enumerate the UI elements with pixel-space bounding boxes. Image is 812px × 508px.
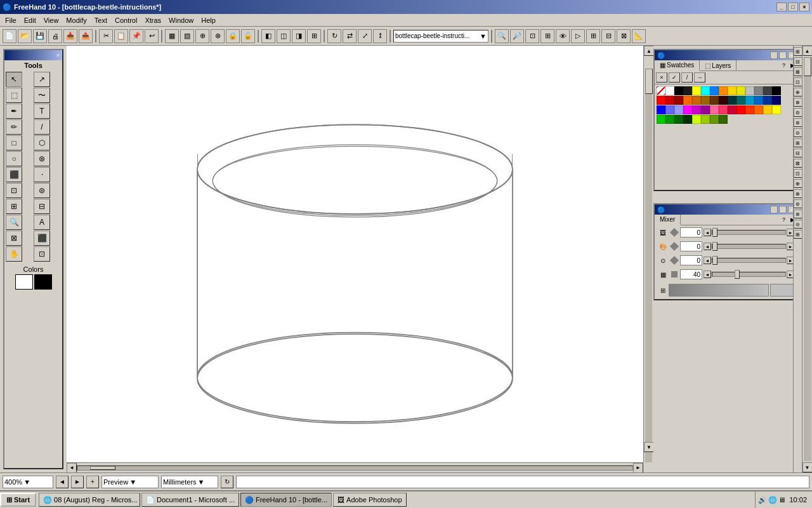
menu-view[interactable]: View xyxy=(40,15,63,25)
group-btn[interactable]: ▦ xyxy=(165,29,179,43)
swatch-r1-5[interactable] xyxy=(692,96,701,105)
preview-btn[interactable]: ▷ xyxy=(571,29,585,43)
tool-3d[interactable]: ⬛ xyxy=(6,167,22,182)
tool-pencil[interactable]: ✏ xyxy=(6,119,22,135)
page-prev-btn[interactable]: ◄ xyxy=(56,476,69,488)
swatch-r1-14[interactable] xyxy=(772,96,781,105)
rotate-btn[interactable]: ↻ xyxy=(327,29,341,43)
mixer-left-3[interactable]: ◄ xyxy=(704,257,711,264)
open-btn[interactable]: 📂 xyxy=(18,29,32,43)
tool-paint-bucket[interactable]: ⬛ xyxy=(34,231,50,246)
rt-btn-16[interactable]: ⊜ xyxy=(794,199,802,208)
mixer-input-4[interactable] xyxy=(680,269,702,279)
canvas-scrollbar-v[interactable]: ▲ ▼ xyxy=(643,46,653,462)
copy-btn[interactable]: 📋 xyxy=(114,29,128,43)
close-button[interactable]: × xyxy=(799,3,809,11)
actual-size-btn[interactable]: ⊞ xyxy=(540,29,554,43)
units-combo[interactable]: Millimeters ▼ xyxy=(161,476,218,488)
grid-btn[interactable]: ⊞ xyxy=(586,29,600,43)
rt-btn-15[interactable]: ⊗ xyxy=(794,189,802,198)
swatch-cyan[interactable] xyxy=(701,86,710,95)
rt-btn-11[interactable]: ⊟ xyxy=(794,149,802,157)
mixer-minimize[interactable]: _ xyxy=(770,206,778,213)
stroke-color-box[interactable] xyxy=(34,274,52,290)
mixer-color-preview[interactable] xyxy=(669,284,769,297)
mixer-restore[interactable]: □ xyxy=(779,206,787,213)
reflect-btn[interactable]: ⇄ xyxy=(343,29,357,43)
swatch-r1-13[interactable] xyxy=(763,96,772,105)
swatches-panel-btns[interactable]: _ □ × xyxy=(770,51,796,59)
swatch-edit[interactable]: ✓ xyxy=(669,72,680,83)
menu-file[interactable]: File xyxy=(1,15,20,25)
swatch-delete[interactable]: / xyxy=(681,72,693,83)
taskbar-item-1[interactable]: 📄 Document1 - Microsoft ... xyxy=(141,493,239,507)
mixer-thumb-4[interactable] xyxy=(735,270,740,279)
right-scroll-up[interactable]: ▲ xyxy=(802,46,813,56)
preview-arrow[interactable]: ▼ xyxy=(129,478,136,486)
mixer-thumb-1[interactable] xyxy=(712,228,717,237)
swatch-r3-1[interactable] xyxy=(657,115,665,124)
swatch-r1-1[interactable] xyxy=(657,96,665,105)
mixer-track-2[interactable] xyxy=(712,244,786,249)
tool-ellipse[interactable]: ○ xyxy=(6,151,22,166)
tool-text2[interactable]: A xyxy=(34,215,50,230)
rt-btn-4[interactable]: ⊡ xyxy=(794,77,802,86)
scroll-left-btn[interactable]: ◄ xyxy=(67,463,77,473)
mixer-blend-icon[interactable]: ⊞ xyxy=(657,284,669,296)
scroll-thumb-v[interactable] xyxy=(645,69,653,94)
tool-zoom[interactable]: 🔍 xyxy=(6,215,22,230)
swatches-help[interactable]: ? xyxy=(780,62,787,69)
rt-btn-6[interactable]: ⊗ xyxy=(794,98,802,107)
swatch-r1-10[interactable] xyxy=(737,96,745,105)
right-scroll-down[interactable]: ▼ xyxy=(802,462,813,472)
rt-btn-18[interactable]: ⊝ xyxy=(794,220,802,229)
unlock-btn[interactable]: 🔓 xyxy=(241,29,255,43)
rt-btn-19[interactable]: ⊞ xyxy=(794,230,802,239)
tool-trace[interactable]: ⬝ xyxy=(34,167,50,182)
swatch-r2-2[interactable] xyxy=(665,105,674,114)
units-arrow[interactable]: ▼ xyxy=(198,478,205,486)
swatch-r3-3[interactable] xyxy=(674,115,683,124)
right-panel-scrollbar[interactable]: ▲ ▼ xyxy=(802,46,812,472)
swatch-gray2[interactable] xyxy=(754,86,763,95)
align-center-btn[interactable]: ◫ xyxy=(277,29,291,43)
swatch-r2-8[interactable] xyxy=(719,105,728,114)
mixer-track-1[interactable] xyxy=(712,230,786,235)
scroll-thumb-h[interactable] xyxy=(90,466,115,470)
tool-line[interactable]: / xyxy=(34,119,50,135)
swatch-r3-8[interactable] xyxy=(719,115,728,124)
rt-btn-13[interactable]: ⊡ xyxy=(794,169,802,178)
swatch-gray3[interactable] xyxy=(763,86,772,95)
split-btn[interactable]: ⊗ xyxy=(211,29,225,43)
align-left-btn[interactable]: ◧ xyxy=(261,29,275,43)
rt-btn-8[interactable]: ⊛ xyxy=(794,118,802,127)
print-btn[interactable]: 🖨 xyxy=(48,29,62,43)
swatch-black-1[interactable] xyxy=(665,86,674,95)
title-bar-buttons[interactable]: _ □ × xyxy=(776,3,809,11)
swatch-yellow2[interactable] xyxy=(737,86,745,95)
swatch-r2-7[interactable] xyxy=(710,105,719,114)
swatch-r2-3[interactable] xyxy=(674,105,683,114)
mixer-input-1[interactable] xyxy=(680,227,702,237)
swatch-r1-8[interactable] xyxy=(719,96,728,105)
menu-text[interactable]: Text xyxy=(91,15,111,25)
swatches-minimize[interactable]: _ xyxy=(770,51,778,59)
swatches-restore[interactable]: □ xyxy=(779,51,787,59)
zoom-combo[interactable]: 400% ▼ xyxy=(3,476,53,488)
undo-btn[interactable]: ↩ xyxy=(145,29,159,43)
menu-help[interactable]: Help xyxy=(197,15,219,25)
zoom-arrow[interactable]: ▼ xyxy=(23,478,30,486)
swatch-r1-7[interactable] xyxy=(710,96,719,105)
fill-color-box[interactable] xyxy=(15,274,33,290)
tool-eraser[interactable]: ⊡ xyxy=(34,246,50,262)
tool-envelope[interactable]: ⊜ xyxy=(34,183,50,198)
file-combo[interactable]: bottlecap-beetle-instructi... ▼ xyxy=(393,30,488,43)
right-scroll-thumb[interactable] xyxy=(804,57,811,76)
ungroup-btn[interactable]: ▧ xyxy=(180,29,194,43)
skew-btn[interactable]: ⥉ xyxy=(373,29,387,43)
tool-polygon[interactable]: ⬡ xyxy=(34,135,50,150)
tool-shadow[interactable]: ⊟ xyxy=(34,199,50,214)
swatch-r2-1[interactable] xyxy=(657,105,665,114)
tool-spiral[interactable]: ⊛ xyxy=(34,151,50,166)
swatch-r3-6[interactable] xyxy=(701,115,710,124)
